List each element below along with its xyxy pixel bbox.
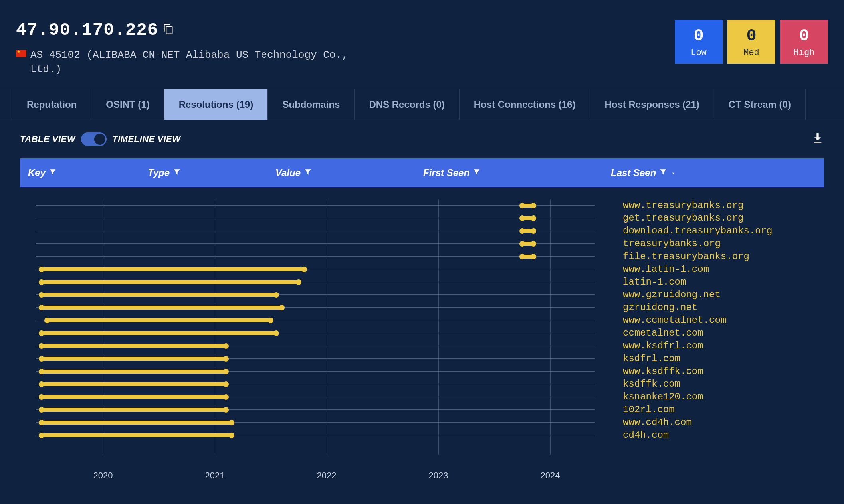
start-dot [39,381,44,387]
timeline-row-label: download.treasurybanks.org [623,225,772,236]
view-toggle[interactable] [81,132,107,146]
view-toggle-group: TABLE VIEW TIMELINE VIEW [20,132,181,146]
end-dot [279,305,285,310]
tab-host-connections-16[interactable]: Host Connections (16) [460,89,590,120]
download-icon[interactable] [811,132,824,146]
column-last-seen[interactable]: Last Seen [611,167,816,178]
start-dot [519,254,525,259]
tab-resolutions-19[interactable]: Resolutions (19) [164,89,268,120]
table-view-label[interactable]: TABLE VIEW [20,134,75,144]
start-dot [39,305,44,310]
timeline-row-label: www.ksdffk.com [623,366,703,377]
timeline-row[interactable]: www.gzruidong.net [20,289,824,301]
timeline-bar [47,318,271,322]
start-dot [39,433,44,438]
ip-row: 47.90.170.226 [16,20,675,40]
timeline-row[interactable]: www.cd4h.com [20,416,824,429]
timeline-bar [42,421,232,425]
start-dot [39,420,44,425]
timeline-row[interactable]: ksdfrl.com [20,352,824,365]
severity-low[interactable]: 0 Low [675,20,723,64]
end-dot [223,343,229,349]
timeline-bar [42,306,282,310]
timeline-row-label: ccmetalnet.com [623,328,703,338]
severity-med-count: 0 [746,26,756,45]
timeline-row[interactable]: www.latin-1.com [20,263,824,276]
start-dot [519,203,525,208]
timeline-row[interactable]: get.treasurybanks.org [20,212,824,225]
copy-icon[interactable] [163,24,174,36]
end-dot [531,215,536,221]
timeline-row[interactable]: file.treasurybanks.org [20,250,824,263]
toggle-knob [94,134,105,145]
timeline-row[interactable]: www.ccmetalnet.com [20,314,824,327]
start-dot [519,241,525,247]
axis-tick: 2021 [205,470,225,481]
end-dot [229,420,234,425]
column-key[interactable]: Key [28,167,148,178]
timeline-row[interactable]: cd4h.com [20,429,824,442]
timeline-row-label: 102rl.com [623,404,675,415]
header: 47.90.170.226 AS 45102 (ALIBABA-CN-NET A… [0,0,844,89]
table-header: Key Type Value First Seen Last Seen [20,158,824,187]
timeline-row[interactable]: treasurybanks.org [20,237,824,250]
timeline-row[interactable]: latin-1.com [20,276,824,289]
timeline-chart: www.treasurybanks.orgget.treasurybanks.o… [20,199,824,470]
timeline-track [36,256,595,257]
severity-med[interactable]: 0 Med [727,20,775,64]
tab-host-responses-21[interactable]: Host Responses (21) [590,89,714,120]
timeline-row[interactable]: www.ksdfrl.com [20,340,824,352]
end-dot [223,356,229,362]
timeline-row-label: get.treasurybanks.org [623,213,743,223]
timeline-row-label: ksdfrl.com [623,353,680,364]
timeline-bar [42,370,226,374]
filter-icon [473,167,481,178]
start-dot [39,369,44,374]
header-left: 47.90.170.226 AS 45102 (ALIBABA-CN-NET A… [16,20,675,77]
end-dot [301,267,307,272]
start-dot [39,292,44,298]
start-dot [519,215,525,221]
end-dot [531,254,536,259]
severity-med-label: Med [743,48,759,58]
column-type[interactable]: Type [148,167,275,178]
column-value-label: Value [275,167,301,178]
timeline-bar [42,331,276,335]
timeline-bar [42,267,304,271]
timeline-row-label: treasurybanks.org [623,238,721,249]
timeline-row-label: www.ccmetalnet.com [623,315,726,326]
column-first-seen[interactable]: First Seen [423,167,611,178]
timeline-row[interactable]: ccmetalnet.com [20,327,824,340]
timeline-row[interactable]: gzruidong.net [20,301,824,314]
timeline-bar [42,382,226,386]
end-dot [223,394,229,400]
end-dot [531,203,536,208]
severity-high[interactable]: 0 High [780,20,828,64]
timeline-row[interactable]: 102rl.com [20,403,824,416]
column-value[interactable]: Value [275,167,423,178]
timeline-row-label: cd4h.com [623,430,669,441]
timeline-row[interactable]: download.treasurybanks.org [20,225,824,237]
tab-dns-records-0[interactable]: DNS Records (0) [355,89,459,120]
timeline-row-label: www.treasurybanks.org [623,200,743,211]
filter-icon [173,167,181,178]
severity-low-count: 0 [693,26,703,45]
tab-osint-1[interactable]: OSINT (1) [91,89,164,120]
severity-high-count: 0 [799,26,809,45]
flag-icon [16,50,26,57]
severity-boxes: 0 Low 0 Med 0 High [675,20,828,64]
timeline-row-label: ksnanke120.com [623,391,703,402]
tab-reputation[interactable]: Reputation [12,89,91,120]
start-dot [39,407,44,413]
timeline-row[interactable]: ksdffk.com [20,378,824,391]
timeline-row[interactable]: www.ksdffk.com [20,365,824,378]
tabs: ReputationOSINT (1)Resolutions (19)Subdo… [0,89,844,120]
end-dot [531,228,536,234]
start-dot [39,343,44,349]
column-last-seen-label: Last Seen [611,167,656,178]
tab-subdomains[interactable]: Subdomains [268,89,355,120]
timeline-row[interactable]: ksnanke120.com [20,391,824,403]
tab-ct-stream-0[interactable]: CT Stream (0) [714,89,806,120]
timeline-view-label[interactable]: TIMELINE VIEW [112,134,181,144]
timeline-row[interactable]: www.treasurybanks.org [20,199,824,212]
